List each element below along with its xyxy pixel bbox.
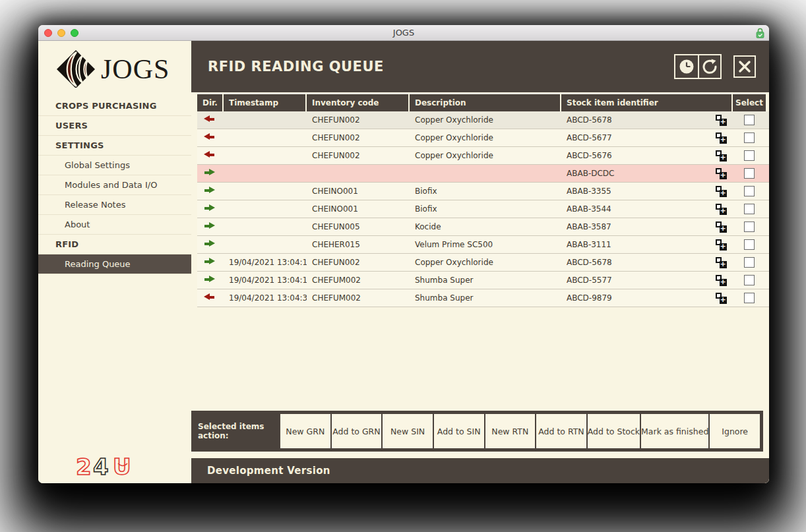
select-checkbox[interactable]	[744, 133, 755, 143]
titlebar: JOGS	[38, 25, 769, 41]
select-checkbox[interactable]	[744, 257, 755, 268]
direction-cell	[197, 115, 224, 125]
sidebar-item-global-settings[interactable]: Global Settings	[38, 156, 191, 175]
table-row[interactable]: CHEFUN005 Kocide ABAB-3587 +	[197, 218, 769, 236]
duplicate-record-icon[interactable]: +	[716, 115, 727, 126]
description-cell: Shumba Super	[410, 293, 561, 303]
sidebar-item-reading-queue[interactable]: Reading Queue	[38, 254, 191, 274]
direction-cell	[197, 293, 224, 303]
sidebar-item-settings[interactable]: SETTINGS	[38, 136, 191, 156]
table-row[interactable]: 19/04/2021 13:04:14 CHEFUN002 Copper Oxy…	[197, 254, 769, 272]
24u-logo: 2 4 U	[38, 454, 191, 483]
direction-cell	[197, 222, 224, 231]
description-cell: Velum Prime SC500	[410, 240, 561, 249]
select-checkbox[interactable]	[744, 150, 755, 161]
table-row[interactable]: ABAB-DCDC +	[197, 165, 769, 183]
page-header: RFID READING QUEUE	[191, 41, 769, 92]
description-cell: Biofix	[410, 204, 561, 214]
inventory-code-cell: CHEFUN002	[307, 115, 410, 125]
action-button-add-to-rtn[interactable]: Add to RTN	[536, 414, 586, 448]
action-button-new-sin[interactable]: New SIN	[383, 414, 433, 448]
direction-cell	[197, 169, 224, 178]
clock-icon	[679, 59, 695, 74]
table-row[interactable]: CHEFUN002 Copper Oxychloride ABCD-5676 +	[197, 147, 769, 165]
table-row[interactable]: CHEFUN002 Copper Oxychloride ABCD-5678 +	[197, 111, 769, 129]
stock-item-identifier-cell: ABCD-9879	[561, 293, 706, 303]
action-buttons: New GRN Add to GRN New SIN Add to SIN Ne…	[279, 414, 760, 448]
direction-cell	[197, 276, 224, 285]
action-button-add-to-sin[interactable]: Add to SIN	[434, 414, 484, 448]
select-checkbox[interactable]	[744, 293, 755, 303]
sidebar-item-label: About	[65, 220, 90, 229]
jogs-logo-icon: JOGS	[56, 49, 173, 88]
reading-queue-table: Dir. Timestamp Inventory code Descriptio…	[191, 94, 769, 307]
action-button-new-grn[interactable]: New GRN	[280, 414, 330, 448]
clock-button[interactable]	[675, 55, 698, 78]
description-cell: Copper Oxychloride	[410, 258, 561, 267]
sidebar-item-users[interactable]: USERS	[38, 116, 191, 136]
table-header-row: Dir. Timestamp Inventory code Descriptio…	[197, 94, 769, 111]
sidebar-item-release-notes[interactable]: Release Notes	[38, 195, 191, 215]
action-button-new-rtn[interactable]: New RTN	[485, 414, 536, 448]
select-checkbox[interactable]	[744, 204, 755, 214]
direction-cell	[197, 187, 224, 196]
select-checkbox[interactable]	[744, 186, 755, 196]
sidebar-item-label: Release Notes	[65, 200, 125, 210]
sidebar-item-about[interactable]: About	[38, 215, 191, 235]
table-row[interactable]: CHEHER015 Velum Prime SC500 ABAB-3111 +	[197, 236, 769, 254]
action-button-ignore[interactable]: Ignore	[710, 414, 760, 448]
stock-item-identifier-cell: ABAB-3587	[561, 222, 706, 231]
stock-item-identifier-cell: ABAB-3111	[561, 240, 706, 249]
select-checkbox[interactable]	[744, 275, 755, 285]
direction-cell	[197, 204, 224, 214]
duplicate-record-icon[interactable]: +	[716, 168, 727, 179]
desktop-background: JOGS JOGS	[0, 0, 806, 532]
duplicate-record-icon[interactable]: +	[716, 275, 727, 286]
column-header-dir: Dir.	[197, 94, 224, 111]
action-button-add-to-grn[interactable]: Add to GRN	[332, 414, 382, 448]
jogs-logo: JOGS	[38, 41, 191, 96]
column-header-inventory-code: Inventory code	[307, 94, 410, 111]
direction-arrow-right-icon	[204, 187, 215, 194]
select-checkbox[interactable]	[744, 239, 755, 250]
action-button-mark-as-finished[interactable]: Mark as finished	[641, 414, 708, 448]
sidebar-item-label: Modules and Data I/O	[65, 180, 157, 190]
close-button[interactable]	[733, 55, 756, 78]
duplicate-record-icon[interactable]: +	[716, 293, 727, 304]
table-row[interactable]: CHEFUN002 Copper Oxychloride ABCD-5677 +	[197, 129, 769, 147]
table-row[interactable]: 19/04/2021 13:04:34 CHEFUM002 Shumba Sup…	[197, 289, 769, 307]
column-header-timestamp: Timestamp	[224, 94, 307, 111]
sidebar-item-label: CROPS PURCHASING	[55, 101, 157, 111]
duplicate-record-icon[interactable]: +	[716, 239, 727, 251]
sidebar-item-modules-and-data-io[interactable]: Modules and Data I/O	[38, 175, 191, 195]
direction-cell	[197, 151, 224, 160]
select-checkbox[interactable]	[744, 168, 755, 179]
duplicate-record-icon[interactable]: +	[716, 257, 727, 268]
action-button-add-to-stock[interactable]: Add to Stock	[588, 414, 640, 448]
select-checkbox[interactable]	[744, 115, 755, 125]
sidebar-item-crops-purchasing[interactable]: CROPS PURCHASING	[38, 96, 191, 116]
sidebar-item-rfid[interactable]: RFID	[38, 235, 191, 254]
inventory-code-cell: CHEINO001	[307, 204, 410, 214]
description-cell: Copper Oxychloride	[410, 151, 561, 160]
duplicate-record-icon[interactable]: +	[716, 186, 727, 197]
duplicate-record-icon[interactable]: +	[716, 133, 727, 144]
description-cell: Copper Oxychloride	[410, 133, 561, 142]
direction-arrow-right-icon	[204, 258, 215, 265]
column-header-stock-item-identifier: Stock item identifier	[561, 94, 733, 111]
column-header-description: Description	[410, 94, 561, 111]
24u-logo-icon: 2 4 U	[75, 454, 155, 479]
inventory-code-cell: CHEFUM002	[307, 276, 410, 285]
refresh-button[interactable]	[698, 55, 720, 78]
table-row[interactable]: CHEINO001 Biofix ABAB-3355 +	[197, 183, 769, 200]
duplicate-record-icon[interactable]: +	[716, 204, 727, 215]
table-row[interactable]: 19/04/2021 13:04:14 CHEFUM002 Shumba Sup…	[197, 272, 769, 289]
duplicate-record-icon[interactable]: +	[716, 150, 727, 162]
sidebar-item-label: Global Settings	[65, 160, 130, 170]
table-row[interactable]: CHEINO001 Biofix ABAB-3544 +	[197, 200, 769, 218]
direction-arrow-right-icon	[204, 240, 215, 247]
inventory-code-cell: CHEFUN002	[307, 133, 410, 142]
duplicate-record-icon[interactable]: +	[716, 222, 727, 233]
timestamp-cell: 19/04/2021 13:04:14	[224, 276, 307, 285]
select-checkbox[interactable]	[744, 222, 755, 232]
